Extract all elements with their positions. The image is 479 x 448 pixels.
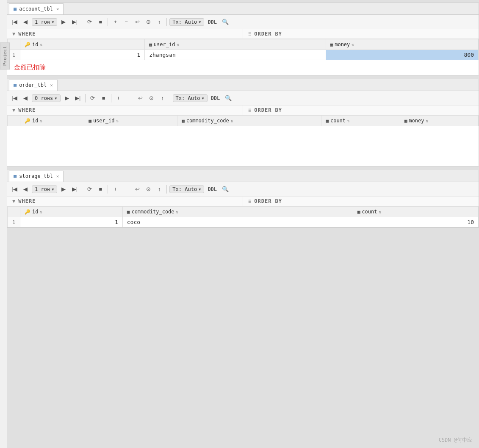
order-ddl-button[interactable]: DDL — [209, 95, 222, 101]
order-tx-badge[interactable]: Tx: Auto ▾ — [173, 94, 208, 102]
filter-button[interactable]: ⊙ — [144, 17, 153, 27]
storage-rows-badge[interactable]: 1 row ▾ — [32, 185, 57, 193]
storage-next-page-button[interactable]: ▶ — [59, 184, 68, 194]
next-page-button[interactable]: ▶ — [59, 17, 68, 27]
order-tbl-col-header-count[interactable]: ▦ count ⇅ — [321, 116, 400, 126]
storage-filter-icon: ▼ — [12, 198, 16, 204]
revert-button[interactable]: ↩ — [133, 17, 142, 27]
search-button[interactable]: 🔍 — [220, 17, 230, 27]
order-tbl-tab-close[interactable]: × — [50, 83, 53, 88]
stop-button[interactable]: ■ — [96, 17, 105, 27]
storage-tbl-tab-label: storage_tbl — [19, 173, 53, 179]
user-id-cell[interactable]: zhangsan — [145, 50, 326, 60]
account-tbl-tab[interactable]: ▦ account_tbl × — [9, 3, 64, 14]
order-prev-page-button[interactable]: ◀ — [21, 93, 30, 103]
storage-revert-button[interactable]: ↩ — [133, 184, 142, 194]
rows-badge[interactable]: 1 row ▾ — [32, 18, 57, 26]
storage-tbl-col-header-count[interactable]: ▦ count ⇅ — [353, 207, 478, 217]
order-tbl-table-area: 🔑 id ⇅ ▦ user_id ⇅ — [7, 115, 479, 166]
account-tbl-col-header-user-id[interactable]: ▦ user_id ⇅ — [145, 39, 326, 50]
account-tbl-header-row: 🔑 id ⇅ ▦ user_id ⇅ — [8, 39, 479, 50]
storage-tbl-col-header-rownum — [8, 207, 20, 217]
storage-tx-badge[interactable]: Tx: Auto ▾ — [169, 185, 204, 193]
account-tbl-table: 🔑 id ⇅ ▦ user_id ⇅ — [7, 39, 479, 60]
order-revert-button[interactable]: ↩ — [136, 93, 145, 103]
storage-tbl-toolbar: |◀ ◀ 1 row ▾ ▶ ▶| ⟳ ■ + − ↩ ⊙ ↑ Tx: Auto… — [7, 182, 479, 196]
col-user-id-label: user_id — [154, 41, 175, 47]
prev-page-button[interactable]: ◀ — [21, 17, 30, 27]
divider-2 — [108, 18, 108, 26]
order-rows-count-label: 0 rows — [35, 95, 53, 101]
storage-delete-row-button[interactable]: − — [122, 184, 131, 194]
rows-count-label: 1 row — [35, 19, 50, 25]
storage-first-page-button[interactable]: |◀ — [10, 184, 19, 194]
id-cell[interactable]: 1 — [20, 50, 145, 60]
order-stop-button[interactable]: ■ — [99, 93, 108, 103]
order-tbl-col-header-commodity-code[interactable]: ▦ commodity_code ⇅ — [177, 116, 321, 126]
storage-tbl-col-header-commodity-code[interactable]: ▦ commodity_code ⇅ — [122, 207, 353, 217]
upload-button[interactable]: ↑ — [155, 17, 164, 27]
storage-rows-count-label: 1 row — [35, 186, 50, 192]
account-tbl-col-header-id[interactable]: 🔑 id ⇅ — [20, 39, 145, 50]
order-tbl-col-header-money[interactable]: ▦ money ⇅ — [400, 116, 478, 126]
storage-tbl-filter-bar: ▼ WHERE ≡ ORDER BY — [7, 196, 479, 206]
table-row[interactable]: 1 1 coco 10 — [8, 217, 479, 227]
order-col-commodity-icon: ▦ — [182, 118, 185, 124]
storage-tbl-tab-close[interactable]: × — [56, 174, 59, 179]
add-row-button[interactable]: + — [111, 17, 120, 27]
order-rows-badge[interactable]: 0 rows ▾ — [32, 94, 61, 102]
storage-filter-button[interactable]: ⊙ — [144, 184, 153, 194]
storage-prev-page-button[interactable]: ◀ — [21, 184, 30, 194]
order-next-page-button[interactable]: ▶ — [62, 93, 72, 103]
order-upload-button[interactable]: ↑ — [158, 93, 167, 103]
storage-tx-label: Tx: Auto — [172, 186, 197, 192]
order-tbl-tab[interactable]: ▦ order_tbl × — [9, 80, 58, 91]
divider-3 — [166, 18, 167, 26]
money-cell[interactable]: 800 — [326, 50, 478, 60]
storage-ddl-button[interactable]: DDL — [206, 186, 219, 192]
storage-tbl-tab[interactable]: ▦ storage_tbl × — [9, 171, 64, 182]
storage-table-icon: ▦ — [14, 173, 17, 179]
order-filter-icon: ▼ — [12, 107, 16, 113]
delete-row-button[interactable]: − — [122, 17, 131, 27]
storage-sort-icon: ≡ — [248, 198, 252, 204]
storage-add-row-button[interactable]: + — [111, 184, 120, 194]
last-page-button[interactable]: ▶| — [70, 17, 79, 27]
ddl-button[interactable]: DDL — [206, 19, 219, 25]
order-first-page-button[interactable]: |◀ — [10, 93, 19, 103]
order-order-by-section: ≡ ORDER BY — [243, 105, 479, 115]
order-filter-button[interactable]: ⊙ — [147, 93, 156, 103]
order-where-label: WHERE — [18, 107, 36, 113]
storage-key-col-icon: 🔑 — [25, 209, 30, 215]
order-last-page-button[interactable]: ▶| — [73, 93, 83, 103]
storage-tbl-panel: ▦ storage_tbl × |◀ ◀ 1 row ▾ ▶ ▶| ⟳ ■ + … — [7, 170, 479, 228]
storage-upload-button[interactable]: ↑ — [155, 184, 164, 194]
table-row[interactable]: 1 1 zhangsan 800 — [8, 50, 479, 60]
order-sort-arrows-icon: ⇅ — [40, 119, 42, 123]
first-page-button[interactable]: |◀ — [10, 17, 19, 27]
account-tbl-tab-close[interactable]: × — [56, 6, 59, 12]
order-tbl-col-header-user-id[interactable]: ▦ user_id ⇅ — [84, 116, 177, 126]
project-tab[interactable]: Project — [0, 42, 10, 69]
order-add-row-button[interactable]: + — [114, 93, 123, 103]
storage-tbl-col-header-id[interactable]: 🔑 id ⇅ — [20, 207, 123, 217]
order-order-by-label: ORDER BY — [254, 107, 282, 113]
storage-commodity-code-cell[interactable]: coco — [122, 217, 353, 227]
storage-sort-arrows-icon-3: ⇅ — [379, 210, 381, 214]
refresh-button[interactable]: ⟳ — [85, 17, 94, 27]
col-id-label: id — [32, 41, 38, 47]
storage-refresh-button[interactable]: ⟳ — [85, 184, 94, 194]
where-label: WHERE — [18, 31, 36, 37]
order-delete-row-button[interactable]: − — [125, 93, 134, 103]
storage-order-by-label: ORDER BY — [254, 198, 282, 204]
storage-stop-button[interactable]: ■ — [96, 184, 105, 194]
order-refresh-button[interactable]: ⟳ — [88, 93, 97, 103]
storage-last-page-button[interactable]: ▶| — [70, 184, 79, 194]
storage-count-cell[interactable]: 10 — [353, 217, 478, 227]
tx-badge[interactable]: Tx: Auto ▾ — [169, 18, 204, 26]
storage-id-cell[interactable]: 1 — [20, 217, 123, 227]
storage-search-button[interactable]: 🔍 — [220, 184, 230, 194]
account-tbl-col-header-money[interactable]: ▦ money ⇅ — [326, 39, 478, 50]
order-search-button[interactable]: 🔍 — [223, 93, 233, 103]
order-tbl-col-header-id[interactable]: 🔑 id ⇅ — [20, 116, 84, 126]
